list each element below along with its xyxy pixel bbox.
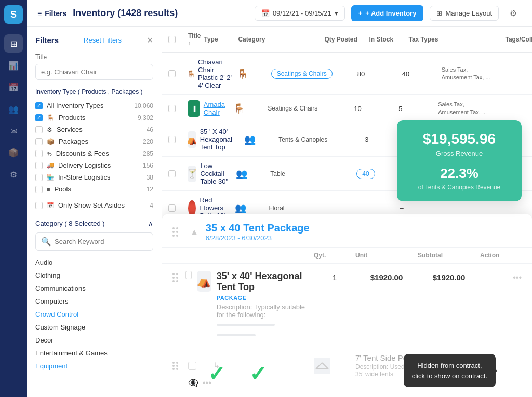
category-item-communications[interactable]: Communications — [35, 282, 153, 295]
category-text: Seatings & Chairs — [268, 105, 351, 112]
revenue-amount: $19,595.96 — [407, 131, 511, 147]
category-filter-label: Category ( 8 Selected ) — [35, 220, 105, 227]
category-badge[interactable]: Seatings & Chairs — [271, 69, 332, 79]
set-asides-checkbox[interactable] — [35, 202, 43, 209]
category-item-entertainment[interactable]: Entertainment & Games — [35, 347, 153, 360]
eye-slash-icon[interactable]: 👁️‍🗨️ — [188, 378, 198, 388]
item-checkbox[interactable] — [185, 271, 192, 279]
item-thumbnail: ▐ — [188, 100, 200, 117]
type-services[interactable]: ⚙ Services 46 — [35, 124, 153, 135]
header-category[interactable]: Category — [238, 36, 321, 43]
header-in-stock[interactable]: In Stock — [369, 36, 405, 43]
category-item-equipment[interactable]: Equipment — [35, 360, 153, 373]
type-services-checkbox[interactable] — [35, 126, 43, 133]
type-instore-label: In-Store Logistics — [58, 173, 110, 181]
sidebar-icon-box[interactable]: 📦 — [4, 143, 23, 162]
header-title[interactable]: Title ↑ — [188, 32, 201, 47]
type-delivery-label: Delivery Logistics — [58, 161, 111, 169]
sidebar-icon-mail[interactable]: ✉ — [4, 121, 23, 140]
type-products-checkbox[interactable]: ✓ — [35, 114, 43, 121]
close-filters-button[interactable]: ✕ — [147, 35, 153, 45]
sidebar-icon-users[interactable]: 👥 — [4, 100, 23, 118]
package-expand-icon[interactable]: ▲ — [190, 227, 198, 237]
category-filter-header[interactable]: Category ( 8 Selected ) ∧ — [35, 220, 153, 227]
only-set-asides-item[interactable]: 📅 Only Show Set Asides 4 — [35, 199, 153, 211]
sidebar-icon-calendar[interactable]: 📅 — [4, 78, 23, 97]
chevron-up-icon: ∧ — [148, 220, 153, 227]
category-item-clothing[interactable]: Clothing — [35, 269, 153, 282]
type-discounts-checkbox[interactable] — [35, 150, 43, 157]
item-drag-handle[interactable] — [172, 273, 178, 282]
type-services-label: Services — [57, 126, 83, 133]
row-checkbox[interactable] — [168, 105, 176, 112]
category-search-input[interactable] — [55, 238, 148, 245]
item-thumbnail: ⛺ — [188, 131, 196, 148]
type-all[interactable]: ✓ All Inventory Types 10,060 — [35, 100, 153, 112]
sidebar-icon-chart[interactable]: 📊 — [4, 56, 23, 75]
category-item-custom-signage[interactable]: Custom Signage — [35, 321, 153, 334]
category-item-audio[interactable]: Audio — [35, 256, 153, 269]
in-stock: 5 — [398, 105, 435, 113]
desc-divider-2 — [217, 334, 256, 336]
date-range-button[interactable]: 📅 09/12/21 - 09/15/21 ▾ — [255, 6, 345, 21]
row-checkbox[interactable] — [168, 204, 176, 212]
item-name[interactable]: Low Cocktail Table 30" — [200, 162, 233, 185]
filters-toggle-button[interactable]: ≡ Filters — [37, 9, 66, 18]
type-delivery[interactable]: 🚚 Delivery Logistics 156 — [35, 159, 153, 171]
category-item-computers[interactable]: Computers — [35, 295, 153, 308]
item-thumbnail: ⛺ — [197, 271, 211, 292]
type-products-icon: 🪑 — [47, 114, 55, 121]
header-tax-types: Tax Types — [408, 36, 502, 43]
col-action: Action — [480, 252, 522, 259]
title-filter-input[interactable] — [35, 64, 153, 80]
type-instore-checkbox[interactable] — [35, 174, 43, 181]
inventory-type-header[interactable]: Inventory Type ( Products , Packages ) — [35, 88, 153, 95]
type-services-icon: ⚙ — [47, 126, 52, 133]
header-qty-posted[interactable]: Qty Posted — [324, 36, 366, 43]
package-item-subtotal: $1920.00 — [418, 271, 480, 282]
type-discounts[interactable]: % Discounts & Fees 285 — [35, 147, 153, 159]
type-instore[interactable]: 🏪 In-Store Logistics 38 — [35, 171, 153, 183]
tax-types: Sales Tax,Amusement Tax, ... — [438, 101, 531, 117]
row-checkbox[interactable] — [168, 70, 176, 77]
tent-icon: ⛺ — [188, 134, 196, 145]
manage-layout-button[interactable]: ⊞ Manage Layout — [430, 6, 499, 21]
sub-item-checkbox[interactable] — [188, 362, 196, 370]
header-checkbox[interactable] — [168, 36, 185, 43]
category-item-decor[interactable]: Decor — [35, 334, 153, 347]
item-more-button[interactable]: ••• — [513, 273, 522, 282]
type-pools-checkbox[interactable] — [35, 186, 43, 193]
hidden-tooltip: Hidden from contract,click to show on co… — [404, 354, 496, 387]
category-item-crowd-control[interactable]: Crowd Control — [35, 308, 153, 321]
type-delivery-checkbox[interactable] — [35, 162, 43, 169]
row-checkbox[interactable] — [168, 136, 176, 143]
tooltip-text: Hidden from contract,click to show on co… — [412, 362, 487, 380]
item-name-link[interactable]: Amada Chair — [204, 101, 230, 116]
package-item-unit: $1920.00 — [355, 271, 418, 282]
type-all-checkbox[interactable]: ✓ — [35, 102, 43, 109]
item-name[interactable]: 35 ' X 40' Hexagonal Tent Top — [200, 128, 241, 151]
type-packages-checkbox[interactable] — [35, 138, 43, 145]
reset-filters-button[interactable]: Reset Filters — [84, 36, 122, 44]
drag-handle[interactable] — [172, 227, 181, 237]
type-instore-count: 38 — [147, 174, 153, 181]
revenue-sublabel: of Tents & Canopies Revenue — [407, 184, 511, 191]
add-inventory-button[interactable]: + + Add Inventory — [351, 5, 424, 21]
settings-button[interactable]: ⚙ — [505, 5, 522, 22]
sub-item-drag[interactable] — [172, 362, 188, 370]
row-checkbox[interactable] — [168, 170, 176, 177]
chevron-down-icon: ▾ — [335, 9, 338, 17]
header-type[interactable]: Type — [204, 36, 235, 43]
type-products[interactable]: ✓ 🪑 Products 9,302 — [35, 112, 153, 124]
type-services-count: 46 — [147, 126, 153, 133]
item-name[interactable]: Chiavari Chair Plastic 2' 2' 4' Clear — [198, 58, 234, 89]
type-packages[interactable]: 📦 Packages 220 — [35, 135, 153, 147]
package-item-desc: Description: Typically suitable for the … — [217, 303, 314, 319]
desc-divider — [217, 324, 275, 326]
revenue-percent: 22.3% — [407, 166, 511, 182]
plus-icon: + — [358, 9, 363, 17]
type-discounts-label: Discounts & Fees — [56, 149, 109, 157]
type-pools[interactable]: ≡ Pools 12 — [35, 183, 153, 195]
sidebar-icon-home[interactable]: ⊞ — [4, 34, 23, 53]
sidebar-icon-settings[interactable]: ⚙ — [4, 165, 23, 184]
